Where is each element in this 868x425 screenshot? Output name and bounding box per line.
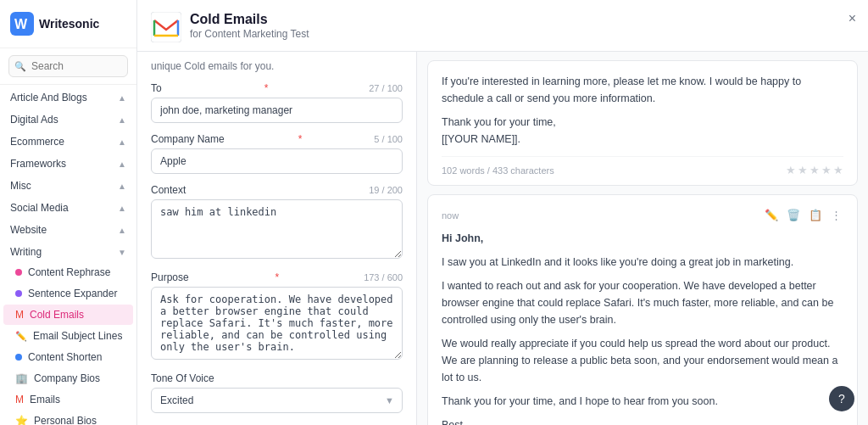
sidebar-section-digital-ads[interactable]: Digital Ads ▲	[0, 107, 136, 129]
sidebar-section-writing[interactable]: Writing ▼	[0, 239, 136, 261]
content-rephrase-icon	[15, 269, 22, 276]
chevron-down-icon: ▼	[118, 248, 126, 257]
search-icon: 🔍	[14, 61, 26, 72]
content-shorten-icon	[15, 354, 22, 361]
sidebar-item-sentence-expander[interactable]: Sentence Expander	[3, 283, 133, 304]
company-label: Company Name* 5 / 100	[151, 133, 403, 145]
main-content: unique Cold emails for you. To* 27 / 100…	[137, 52, 868, 425]
dialog-header: Cold Emails for Content Marketing Test ×	[137, 0, 868, 52]
chevron-up-icon: ▲	[118, 226, 126, 235]
tone-label: Tone Of Voice	[151, 372, 403, 384]
company-input[interactable]	[151, 148, 403, 174]
result-footer-1: 102 words / 433 characters ★ ★ ★ ★ ★	[442, 156, 843, 176]
sidebar-item-email-subject-lines[interactable]: ✏️ Email Subject Lines	[3, 326, 133, 346]
form-panel: unique Cold emails for you. To* 27 / 100…	[137, 52, 417, 425]
result-timestamp-2: now	[442, 210, 459, 221]
star-rating-1[interactable]: ★ ★ ★ ★ ★	[786, 164, 843, 176]
chevron-up-icon: ▲	[118, 115, 126, 125]
chevron-up-icon: ▲	[118, 93, 126, 103]
form-intro-text: unique Cold emails for you.	[151, 60, 403, 72]
sidebar-item-content-shorten[interactable]: Content Shorten	[3, 347, 133, 367]
dialog-title: Cold Emails	[190, 12, 309, 27]
sidebar-item-personal-bios[interactable]: ⭐ Personal Bios	[3, 411, 133, 425]
chevron-up-icon: ▲	[118, 182, 126, 191]
to-input[interactable]	[151, 98, 403, 123]
sidebar-item-cold-emails[interactable]: M Cold Emails	[3, 305, 133, 325]
gmail-header-icon	[151, 12, 181, 42]
logo-text: Writesonic	[39, 17, 99, 31]
dialog-subtitle: for Content Marketing Test	[190, 28, 309, 40]
result-card-header-2: now ✏️ 🗑️ 📋 ⋮	[442, 207, 843, 223]
to-label: To* 27 / 100	[151, 82, 403, 94]
purpose-input[interactable]: Ask for cooperation. We have developed a…	[151, 287, 403, 360]
logo: W Writesonic	[0, 0, 136, 48]
edit-button[interactable]: ✏️	[763, 207, 780, 223]
sidebar-nav: Article And Blogs ▲ Digital Ads ▲ Ecomme…	[0, 85, 136, 425]
writesonic-logo-icon: W	[10, 12, 34, 36]
search-input[interactable]	[8, 55, 128, 77]
chevron-up-icon: ▲	[118, 204, 126, 213]
purpose-label: Purpose* 173 / 600	[151, 271, 403, 283]
star-4[interactable]: ★	[821, 164, 832, 176]
sidebar-section-website[interactable]: Website ▲	[0, 217, 136, 239]
context-group: Context 19 / 200 saw him at linkedin	[151, 184, 403, 261]
svg-text:W: W	[14, 17, 28, 31]
tone-group: Tone Of Voice Excited Professional Frien…	[151, 372, 403, 413]
sidebar-section-frameworks[interactable]: Frameworks ▲	[0, 151, 136, 173]
sidebar-item-company-bios[interactable]: 🏢 Company Bios	[3, 368, 133, 389]
star-5[interactable]: ★	[833, 164, 843, 176]
right-section: Cold Emails for Content Marketing Test ×…	[137, 0, 868, 425]
company-bios-icon: 🏢	[15, 372, 28, 384]
result-card-1: If you're interested in learning more, p…	[427, 60, 858, 186]
result-card-2: now ✏️ 🗑️ 📋 ⋮ Hi John, I saw you at Link…	[427, 194, 858, 425]
star-3[interactable]: ★	[810, 164, 820, 176]
delete-button[interactable]: 🗑️	[785, 207, 802, 223]
sidebar-item-content-rephrase[interactable]: Content Rephrase	[3, 262, 133, 282]
star-1[interactable]: ★	[786, 164, 796, 176]
pencil-icon: ✏️	[15, 331, 27, 342]
sidebar-section-social-media[interactable]: Social Media ▲	[0, 195, 136, 217]
sentence-expander-icon	[15, 290, 22, 297]
context-label: Context 19 / 200	[151, 184, 403, 196]
sidebar-section-ecommerce[interactable]: Ecommerce ▲	[0, 129, 136, 151]
search-container: 🔍	[0, 48, 136, 85]
emails-icon: M	[15, 394, 24, 405]
sidebar-section-misc[interactable]: Misc ▲	[0, 173, 136, 195]
word-count-1: 102 words / 433 characters	[442, 165, 554, 176]
star-2[interactable]: ★	[798, 164, 808, 176]
sidebar-item-emails[interactable]: M Emails	[3, 389, 133, 410]
result-body-2: Hi John, I saw you at LinkedIn and it lo…	[442, 230, 843, 425]
result-actions-2: ✏️ 🗑️ 📋 ⋮	[763, 207, 843, 223]
purpose-group: Purpose* 173 / 600 Ask for cooperation. …	[151, 271, 403, 362]
context-input[interactable]: saw him at linkedin	[151, 199, 403, 259]
copy-button[interactable]: 📋	[807, 207, 824, 223]
result-body-1: If you're interested in learning more, p…	[442, 73, 843, 148]
gmail-icon: M	[15, 309, 24, 321]
sidebar: W Writesonic 🔍 Article And Blogs ▲ Digit…	[0, 0, 137, 425]
tone-select[interactable]: Excited Professional Friendly Casual For…	[151, 388, 403, 413]
close-button[interactable]: ×	[849, 12, 856, 25]
sidebar-section-article-and-blogs[interactable]: Article And Blogs ▲	[0, 85, 136, 107]
to-field-group: To* 27 / 100	[151, 82, 403, 123]
chevron-up-icon: ▲	[118, 137, 126, 147]
help-button[interactable]: ?	[829, 386, 854, 411]
more-button[interactable]: ⋮	[829, 207, 843, 223]
results-panel: If you're interested in learning more, p…	[417, 52, 868, 425]
company-name-group: Company Name* 5 / 100	[151, 133, 403, 174]
chevron-up-icon: ▲	[118, 159, 126, 169]
personal-bios-icon: ⭐	[15, 415, 28, 425]
